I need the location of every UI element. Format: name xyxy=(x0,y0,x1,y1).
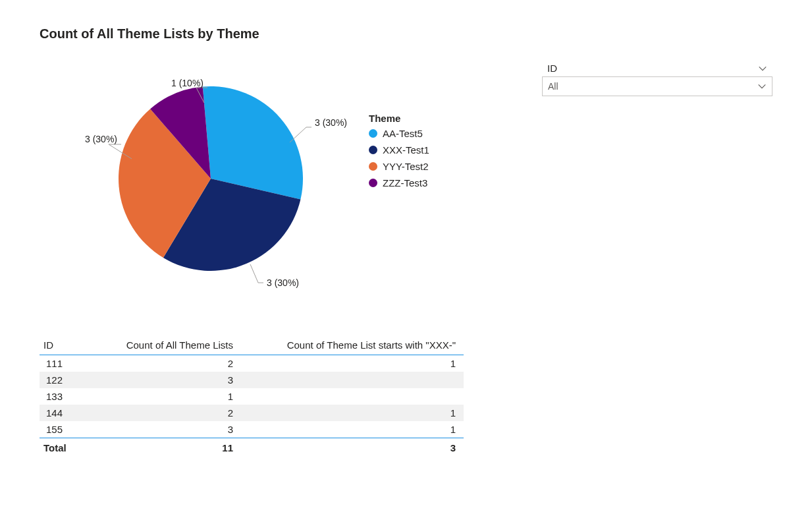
chart-title: Count of All Theme Lists by Theme xyxy=(40,26,772,42)
data-table[interactable]: ID Count of All Theme Lists Count of The… xyxy=(40,337,464,456)
table-row[interactable]: 1331 xyxy=(40,388,464,405)
slicer-selected-value: All xyxy=(548,81,558,92)
cell-count-all: 3 xyxy=(97,421,241,438)
legend-item[interactable]: ZZZ-Test3 xyxy=(369,177,429,188)
total-count-all: 11 xyxy=(97,438,241,457)
cell-id: 144 xyxy=(40,405,97,421)
cell-id: 111 xyxy=(40,355,97,372)
slicer-id[interactable]: ID All xyxy=(542,63,772,96)
cell-count-xxx: 1 xyxy=(241,421,464,438)
cell-count-xxx: 1 xyxy=(241,405,464,421)
total-label: Total xyxy=(40,438,97,457)
cell-id: 122 xyxy=(40,372,97,388)
table-row[interactable]: 11121 xyxy=(40,355,464,372)
slicer-field-label: ID xyxy=(547,63,557,74)
col-header-id[interactable]: ID xyxy=(40,337,97,355)
legend-swatch xyxy=(369,179,377,187)
callout-label: 3 (30%) xyxy=(315,117,347,128)
callout-line xyxy=(250,264,263,283)
cell-id: 133 xyxy=(40,388,97,405)
callout-label: 3 (30%) xyxy=(267,277,299,288)
cell-count-all: 1 xyxy=(97,388,241,405)
legend-item[interactable]: AA-Test5 xyxy=(369,128,429,139)
legend-label: ZZZ-Test3 xyxy=(383,177,427,188)
cell-count-xxx xyxy=(241,372,464,388)
callout-label: 1 (10%) xyxy=(171,78,203,88)
total-count-xxx: 3 xyxy=(241,438,464,457)
legend-swatch xyxy=(369,162,377,171)
legend-item[interactable]: XXX-Test1 xyxy=(369,144,429,156)
legend-label: AA-Test5 xyxy=(383,128,423,139)
cell-count-xxx xyxy=(241,388,464,405)
legend-swatch xyxy=(369,146,377,154)
cell-id: 155 xyxy=(40,421,97,438)
legend-swatch xyxy=(369,129,377,138)
col-header-count-all[interactable]: Count of All Theme Lists xyxy=(97,337,241,355)
cell-count-xxx: 1 xyxy=(241,355,464,372)
chevron-down-icon[interactable] xyxy=(757,82,767,91)
table-row[interactable]: 1223 xyxy=(40,372,464,388)
cell-count-all: 3 xyxy=(97,372,241,388)
chevron-down-icon[interactable] xyxy=(758,64,767,73)
col-header-count-xxx[interactable]: Count of Theme List starts with "XXX-" xyxy=(241,337,464,355)
cell-count-all: 2 xyxy=(97,405,241,421)
table-row[interactable]: 15531 xyxy=(40,421,464,438)
table-row[interactable]: 14421 xyxy=(40,405,464,421)
legend-title: Theme xyxy=(369,113,429,124)
legend-label: YYY-Test2 xyxy=(383,161,429,172)
cell-count-all: 2 xyxy=(97,355,241,372)
callout-label: 3 (30%) xyxy=(85,134,117,144)
pie-chart[interactable]: 3 (30%)3 (30%)3 (30%)1 (10%) xyxy=(40,53,369,291)
legend-item[interactable]: YYY-Test2 xyxy=(369,161,429,172)
slicer-dropdown[interactable]: All xyxy=(542,76,772,96)
legend-label: XXX-Test1 xyxy=(383,144,429,156)
legend: Theme AA-Test5XXX-Test1YYY-Test2ZZZ-Test… xyxy=(369,113,429,194)
